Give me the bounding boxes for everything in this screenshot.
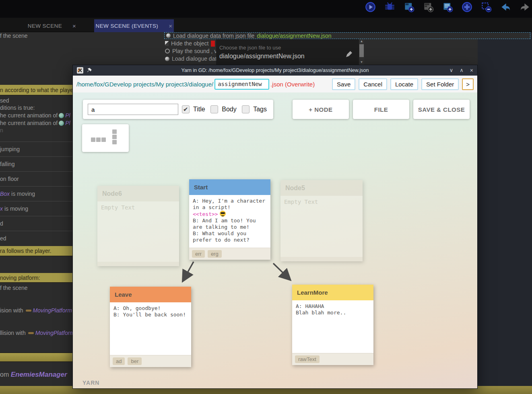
- event-row[interactable]: f the scene: [0, 285, 72, 291]
- node-title-bar[interactable]: Node5: [280, 180, 363, 196]
- file-menu-button[interactable]: FILE: [353, 100, 409, 119]
- event-row[interactable]: f the scene: [0, 33, 72, 39]
- window-rolldown-icon[interactable]: ∨: [450, 67, 454, 74]
- search-title-checkbox[interactable]: ✔: [182, 105, 190, 113]
- node-title-bar[interactable]: Node6: [97, 186, 179, 201]
- comment-row[interactable]: n according to what the playe: [0, 85, 72, 95]
- filename-input[interactable]: [214, 79, 269, 90]
- object-name: MovingPlatform: [33, 307, 72, 314]
- file-path-prefix: /home/fox/GDevelop projects/My project3/…: [76, 81, 213, 88]
- comment-row[interactable]: noving platform:: [0, 273, 72, 283]
- event-row-sound[interactable]: Play the sound , v: [165, 48, 217, 54]
- event-row[interactable]: llision withMovingPlatform: [0, 330, 72, 336]
- event-file-parameter[interactable]: dialogue/assignmentNew.json: [257, 33, 331, 39]
- event-text: is moving: [10, 191, 35, 197]
- node-node5[interactable]: Node5 Empty Text: [280, 180, 363, 261]
- save-and-close-button[interactable]: SAVE & CLOSE: [413, 100, 470, 119]
- checkbox-label: Body: [222, 106, 236, 113]
- comment-row-empty[interactable]: [0, 353, 72, 362]
- event-row[interactable]: falling: [0, 156, 72, 171]
- add-external-layout-icon[interactable]: [423, 2, 434, 12]
- app-window: NEW SCENE × NEW SCENE (EVENTS) × Load di…: [0, 0, 532, 394]
- cancel-button[interactable]: Cancel: [359, 78, 387, 90]
- node-learnmore[interactable]: LearnMore A: HAHAHA Blah blah more.. raw…: [292, 285, 373, 365]
- edit-pencil-icon[interactable]: [345, 50, 353, 58]
- node-title: Start: [194, 184, 208, 191]
- debug-icon[interactable]: [384, 2, 395, 12]
- search-body-checkbox[interactable]: [210, 105, 219, 113]
- yarn-command: <<test>>: [193, 211, 218, 217]
- preview-play-icon[interactable]: [365, 2, 376, 12]
- event-text: on floor: [0, 176, 19, 182]
- popup-value[interactable]: dialogue/assignmentNew.json: [219, 53, 305, 60]
- event-row[interactable]: he current animation ofPl: [0, 120, 72, 126]
- node-title-bar[interactable]: Start: [189, 179, 270, 195]
- add-external-events-icon[interactable]: [442, 2, 453, 12]
- yarn-canvas[interactable]: ✔ Title Body Tags + NODE FILE SAVE & CLO…: [73, 92, 477, 388]
- save-button[interactable]: Save: [332, 78, 355, 90]
- add-object-icon[interactable]: [462, 2, 472, 12]
- event-row[interactable]: jumping: [0, 142, 72, 156]
- sunglasses-emoji-icon: [220, 211, 226, 217]
- tab-close-icon[interactable]: ×: [72, 23, 76, 29]
- event-row[interactable]: Box is moving: [0, 186, 72, 201]
- add-node-button[interactable]: + NODE: [293, 100, 349, 119]
- event-row[interactable]: sed: [0, 97, 72, 104]
- popup-label: Choose the json file to use: [219, 45, 281, 51]
- scroll-up-icon[interactable]: ▲: [359, 39, 364, 44]
- event-row[interactable]: d: [0, 216, 72, 231]
- event-row[interactable]: n: [0, 127, 72, 133]
- node-footer: err erg: [189, 248, 270, 260]
- event-row[interactable]: x is moving: [0, 201, 72, 216]
- node-tag[interactable]: rawText: [295, 355, 320, 363]
- node-title-bar[interactable]: Leave: [110, 287, 191, 302]
- tab-new-scene-events[interactable]: NEW SCENE (EVENTS) ×: [94, 19, 174, 32]
- event-text: ditions is true:: [0, 105, 35, 111]
- window-rollup-icon[interactable]: ∧: [460, 67, 464, 74]
- minimap-node-dot: [96, 137, 101, 142]
- node-node6[interactable]: Node6 Empty Text: [97, 186, 179, 266]
- window-titlebar[interactable]: Yarn in GD: /home/fox/GDevelop projects/…: [73, 65, 477, 76]
- node-title-bar[interactable]: LearnMore: [292, 285, 373, 300]
- locate-button[interactable]: Locate: [390, 78, 418, 90]
- minimap-widget[interactable]: [82, 124, 129, 152]
- undo-icon[interactable]: [500, 2, 511, 12]
- add-scene-icon[interactable]: [404, 2, 414, 12]
- event-row[interactable]: ed: [0, 231, 72, 246]
- comment-row[interactable]: ra follows the player.: [0, 246, 72, 256]
- search-tags-checkbox[interactable]: [242, 105, 250, 113]
- event-row[interactable]: ision withMovingPlatform: [0, 307, 72, 314]
- event-row-selected[interactable]: Load dialogue data from json file dialog…: [164, 32, 530, 39]
- popup-scrollbar[interactable]: ▲ ▼: [359, 39, 364, 65]
- event-row-load2[interactable]: Load dialogue dat: [165, 55, 217, 62]
- remove-selection-icon[interactable]: [481, 2, 492, 12]
- tab-close-icon[interactable]: ×: [169, 23, 172, 29]
- checkmark-icon: ✔: [183, 106, 188, 113]
- scroll-down-icon[interactable]: ▼: [359, 60, 364, 65]
- search-input[interactable]: [88, 104, 178, 115]
- node-body: A: Oh, goodbye! B: You'll be back soon!: [110, 302, 191, 321]
- action-icon: [166, 33, 171, 38]
- node-tag[interactable]: ber: [128, 357, 142, 365]
- main-toolbar: [0, 0, 532, 18]
- tab-new-scene[interactable]: NEW SCENE ×: [10, 19, 94, 32]
- scrollbar-thumb[interactable]: [359, 44, 364, 57]
- pin-icon[interactable]: [87, 68, 92, 73]
- more-button[interactable]: >: [462, 78, 474, 90]
- minimap-node-dot: [91, 137, 95, 142]
- event-row-hide[interactable]: Hide the object: [165, 40, 215, 47]
- event-text: he current animation of: [0, 112, 58, 119]
- set-folder-button[interactable]: Set Folder: [421, 78, 459, 90]
- event-row[interactable]: on floor: [0, 171, 72, 186]
- redo-icon[interactable]: [520, 2, 530, 12]
- node-tag[interactable]: erg: [208, 250, 222, 258]
- event-row[interactable]: ditions is true:: [0, 105, 72, 111]
- window-close-icon[interactable]: ×: [470, 67, 473, 74]
- node-tag[interactable]: ad: [113, 357, 125, 365]
- event-row[interactable]: he current animation ofPl: [0, 112, 72, 119]
- node-start[interactable]: Start A: Hey, I'm a character in a scrip…: [189, 179, 270, 260]
- node-leave[interactable]: Leave A: Oh, goodbye! B: You'll be back …: [110, 287, 191, 367]
- object-name: MovingPlatform: [35, 330, 72, 336]
- node-tag[interactable]: err: [192, 250, 205, 258]
- event-row[interactable]: om EnemiesManager: [0, 371, 72, 379]
